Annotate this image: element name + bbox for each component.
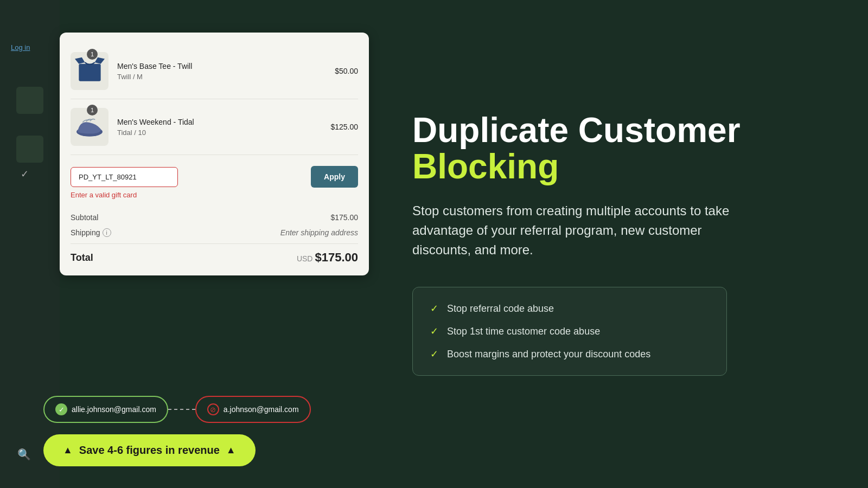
valid-email-pill: ✓ allie.johnson@gmail.com: [43, 396, 168, 423]
feature-text-1: Stop referral code abuse: [447, 303, 554, 314]
cart-item-2-name: Men's Weekend - Tidal: [117, 118, 330, 126]
feature-item-2: ✓ Stop 1st time customer code abuse: [430, 325, 709, 337]
sidebar-search-icon: 🔍: [17, 448, 31, 461]
sidebar-icon-1: [16, 87, 43, 114]
left-panel: Log in ✓ 🔍 1 Men's Base Tee - Twill: [0, 0, 380, 488]
invalid-email-text: a.johnson@gmail.com: [224, 405, 299, 414]
total-row: Total USD$175.00: [71, 243, 358, 265]
cart-item-1-name: Men's Base Tee - Twill: [117, 62, 335, 70]
email-connector: [168, 409, 195, 410]
total-value: USD$175.00: [297, 251, 358, 265]
total-label: Total: [71, 252, 93, 264]
cart-item-2: 1 Men's Weekend - Tidal Tidal / 10 $125.…: [71, 99, 358, 155]
block-icon: ⊘: [207, 403, 219, 415]
cta-button[interactable]: ▲ Save 4-6 figures in revenue ▲: [43, 434, 256, 466]
cta-label: Save 4-6 figures in revenue: [79, 444, 220, 457]
feature-check-3: ✓: [430, 348, 438, 360]
subtotal-value: $175.00: [330, 213, 358, 222]
svg-rect-0: [79, 63, 100, 81]
discount-row: Apply: [71, 166, 358, 188]
feature-text-3: Boost margins and protect your discount …: [447, 349, 650, 360]
email-section: ✓ allie.johnson@gmail.com ⊘ a.johnson@gm…: [43, 396, 311, 423]
cart-item-1-variant: Twill / M: [117, 73, 335, 81]
discount-input-wrapper: [71, 167, 305, 187]
valid-email-text: allie.johnson@gmail.com: [72, 405, 156, 414]
hero-headline: Duplicate Customer Blocking: [412, 112, 835, 185]
cart-item-1: 1 Men's Base Tee - Twill Twill / M $50.0…: [71, 43, 358, 99]
cart-item-1-price: $50.00: [335, 67, 358, 75]
sidebar-check-icon: ✓: [21, 168, 29, 180]
subtotal-row: Subtotal $175.00: [71, 213, 358, 222]
headline-line1: Duplicate Customer: [412, 111, 741, 150]
feature-item-1: ✓ Stop referral code abuse: [430, 303, 709, 314]
features-box: ✓ Stop referral code abuse ✓ Stop 1st ti…: [412, 287, 727, 376]
cart-item-1-badge: 1: [87, 49, 98, 60]
feature-check-2: ✓: [430, 325, 438, 337]
shoe-icon: [73, 115, 106, 139]
valid-check-icon: ✓: [55, 403, 67, 415]
total-currency: USD: [297, 254, 313, 263]
feature-check-1: ✓: [430, 303, 438, 314]
cta-arrow-right: ▲: [226, 445, 236, 456]
feature-item-3: ✓ Boost margins and protect your discoun…: [430, 348, 709, 360]
tshirt-icon: [75, 56, 105, 86]
discount-input[interactable]: [71, 167, 178, 187]
order-summary: Subtotal $175.00 Shipping i Enter shippi…: [71, 204, 358, 265]
shipping-label: Shipping i: [71, 228, 111, 237]
hero-description: Stop customers from creating multiple ac…: [412, 201, 738, 260]
shipping-info-icon[interactable]: i: [103, 228, 111, 237]
sidebar-icons: [16, 87, 43, 163]
discount-area: Apply Enter a valid gift card: [71, 155, 358, 204]
cart-item-2-info: Men's Weekend - Tidal Tidal / 10: [117, 118, 330, 137]
sidebar-icon-2: [16, 136, 43, 163]
invalid-email-pill: ⊘ a.johnson@gmail.com: [195, 396, 311, 423]
apply-button[interactable]: Apply: [311, 166, 358, 188]
feature-text-2: Stop 1st time customer code abuse: [447, 326, 600, 337]
cta-arrow-left: ▲: [63, 445, 73, 456]
right-panel: Duplicate Customer Blocking Stop custome…: [380, 0, 868, 488]
shipping-value: Enter shipping address: [280, 228, 358, 237]
headline-line2: Blocking: [412, 149, 835, 185]
shipping-row: Shipping i Enter shipping address: [71, 228, 358, 237]
cart-item-2-badge: 1: [87, 105, 98, 115]
cart-item-2-price: $125.00: [330, 123, 358, 131]
cart-item-1-info: Men's Base Tee - Twill Twill / M: [117, 62, 335, 81]
cart-item-2-variant: Tidal / 10: [117, 129, 330, 137]
discount-error: Enter a valid gift card: [71, 191, 358, 199]
subtotal-label: Subtotal: [71, 213, 98, 222]
login-link[interactable]: Log in: [11, 43, 30, 52]
cart-panel: 1 Men's Base Tee - Twill Twill / M $50.0…: [60, 33, 369, 275]
